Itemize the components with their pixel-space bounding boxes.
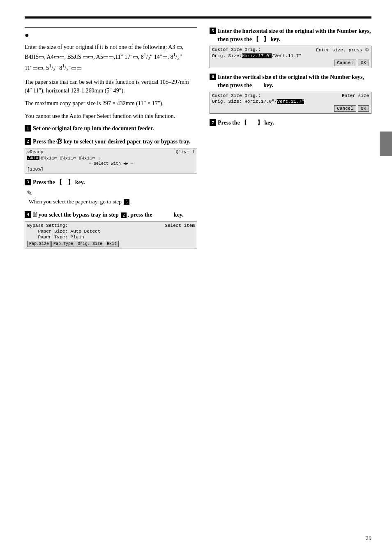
step-2-text: Press the ⓟ key to select your desired p… bbox=[33, 138, 197, 146]
lcd-tab-exit[interactable]: Exit bbox=[105, 241, 119, 247]
step-1: 1 Set one original face up into the docu… bbox=[25, 125, 197, 133]
lcd-orig-size-5: Orig. Size: Horiz.17.0″/Vert.11.7″ bbox=[211, 53, 370, 59]
lcd-cancel-6[interactable]: Cancel bbox=[334, 105, 356, 112]
lcd-ok-5[interactable]: OK bbox=[358, 60, 369, 66]
top-rule-thick bbox=[25, 16, 371, 18]
lcd-enter-size-5: Enter size, press ① bbox=[316, 47, 369, 53]
lcd-auto-row: Auto 8½x11▭ 8½x11▭ 8½x11▭ ↓ bbox=[26, 155, 196, 161]
lcd-qty: Q'ty: 1 bbox=[176, 150, 195, 155]
lcd-horiz-highlight: Horiz.17.0″ bbox=[242, 53, 272, 58]
lcd-percent-row: [100%] bbox=[26, 166, 196, 172]
step-5-header: 5 Enter the horizontal size of the origi… bbox=[210, 27, 371, 43]
lcd-step5: Custom Size Orig.: Enter size, press ① O… bbox=[210, 46, 371, 68]
lcd-orig-label-5: Orig. Size: bbox=[212, 53, 242, 58]
step-3-header: 3 Press the 【 】 key. bbox=[25, 178, 197, 187]
intro-para-1: Enter the size of your original if it is… bbox=[25, 43, 197, 74]
lcd-custom-header-5: Custom Size Orig.: Enter size, press ① bbox=[211, 47, 370, 53]
lcd-tab-pap-type[interactable]: Pap.Type bbox=[51, 241, 75, 247]
two-column-layout: ● Enter the size of your original if it … bbox=[25, 27, 371, 254]
lcd-step4: Bypass Setting: Select item Paper Size: … bbox=[25, 222, 197, 249]
lcd-vert-5: /Vert.11.7″ bbox=[272, 53, 302, 58]
lcd-paper-type-text: Paper Type: Plain bbox=[27, 235, 84, 240]
lcd-select-item: Select item bbox=[165, 223, 195, 228]
step-3-num: 3 bbox=[25, 179, 31, 185]
right-column: 5 Enter the horizontal size of the origi… bbox=[210, 27, 371, 254]
right-tab bbox=[380, 132, 392, 156]
step-7: 7 Press the 【 】 key. bbox=[210, 119, 371, 127]
step-1-text: Set one original face up into the docume… bbox=[33, 125, 197, 133]
intro-para-3: The maximum copy paper size is 297 × 432… bbox=[25, 99, 197, 108]
intro-para-2: The paper size that can be set with this… bbox=[25, 78, 197, 95]
lcd-vert-highlight: Vert.11.7″ bbox=[277, 99, 304, 104]
intro-para-4: You cannot use the Auto Paper Select fun… bbox=[25, 112, 197, 120]
step-3: 3 Press the 【 】 key. ✎ When you select t… bbox=[25, 178, 197, 206]
lcd-tab-pap-size[interactable]: Pap.Size bbox=[27, 241, 51, 247]
lcd-cancel-5[interactable]: Cancel bbox=[334, 60, 356, 66]
step-6-header: 6 Enter the vertical size of the origina… bbox=[210, 73, 371, 89]
auto-badge: Auto bbox=[27, 156, 39, 160]
step-4-num: 4 bbox=[25, 211, 31, 218]
step-1-header: 1 Set one original face up into the docu… bbox=[25, 125, 197, 133]
lcd-buttons-6: Cancel OK bbox=[211, 104, 370, 113]
lcd-bypass-header: Bypass Setting: Select item bbox=[26, 223, 196, 229]
bullet-intro: ● bbox=[25, 32, 197, 39]
step-6-text: Enter the vertical size of the original … bbox=[218, 73, 371, 89]
step-2: 2 Press the ⓟ key to select your desired… bbox=[25, 138, 197, 174]
lcd-paper-sizes: 8½x11▭ 8½x11▭ 8½x11▭ ↓ bbox=[41, 155, 100, 161]
step-3-note: ✎ When you select the paper tray, go to … bbox=[27, 189, 197, 206]
lcd-step6: Custom Size Orig.: Enter size Orig. Size… bbox=[210, 92, 371, 114]
lcd-custom-header-6: Custom Size Orig.: Enter size bbox=[211, 93, 370, 99]
step-4: 4 If you select the bypass tray in step … bbox=[25, 211, 197, 249]
step-6: 6 Enter the vertical size of the origina… bbox=[210, 73, 371, 114]
lcd-paper-size-text: Paper Size: Auto Detect bbox=[27, 229, 100, 234]
lcd-custom-label-5: Custom Size Orig.: bbox=[212, 47, 261, 53]
step-1-num: 1 bbox=[25, 125, 31, 132]
lcd-paper-type-row: Paper Type: Plain bbox=[26, 234, 196, 240]
lcd-tabs: Pap.Size Pap.Type Orig. Size Exit bbox=[26, 240, 196, 248]
lcd-bypass-label: Bypass Setting: bbox=[27, 223, 68, 228]
lcd-orig-label-6: Orig. Size: Horiz.17.0″/ bbox=[212, 99, 277, 104]
step-6-num: 6 bbox=[210, 74, 216, 80]
step-5-num: 5 bbox=[210, 28, 216, 34]
left-column: ● Enter the size of your original if it … bbox=[25, 27, 197, 254]
step-5-text: Enter the horizontal size of the origina… bbox=[218, 27, 371, 43]
step-4-text: If you select the bypass tray in step 2,… bbox=[33, 211, 197, 219]
lcd-ok-6[interactable]: OK bbox=[358, 105, 369, 112]
page-number: 29 bbox=[366, 535, 371, 542]
section-rule bbox=[25, 27, 197, 28]
lcd-buttons-5: Cancel OK bbox=[211, 59, 370, 67]
lcd-ready: ○Ready bbox=[27, 150, 44, 155]
step-7-text: Press the 【 】 key. bbox=[218, 119, 371, 127]
lcd-enter-size-6: Enter size bbox=[342, 93, 369, 98]
step-2-header: 2 Press the ⓟ key to select your desired… bbox=[25, 138, 197, 146]
step-5: 5 Enter the horizontal size of the origi… bbox=[210, 27, 371, 68]
note-text: When you select the paper tray, go to st… bbox=[29, 198, 197, 206]
lcd-step2: ○Ready Q'ty: 1 Auto 8½x11▭ 8½x11▭ 8½x11▭… bbox=[25, 148, 197, 173]
lcd-paper-size-row: Paper Size: Auto Detect bbox=[26, 229, 196, 234]
step-7-header: 7 Press the 【 】 key. bbox=[210, 119, 371, 127]
top-rule-thin bbox=[25, 18, 371, 19]
step-2-num: 2 bbox=[25, 138, 31, 145]
bullet-icon: ● bbox=[25, 31, 29, 39]
step-7-num: 7 bbox=[210, 119, 216, 126]
lcd-tab-orig-size[interactable]: Orig. Size bbox=[76, 241, 104, 247]
lcd-orig-size-6: Orig. Size: Horiz.17.0″/Vert.11.7″ bbox=[211, 99, 370, 104]
note-pencil-icon: ✎ bbox=[27, 189, 197, 197]
page-container: ● Enter the size of your original if it … bbox=[0, 0, 392, 554]
step-3-text: Press the 【 】 key. bbox=[33, 178, 197, 187]
step-4-header: 4 If you select the bypass tray in step … bbox=[25, 211, 197, 219]
lcd-select-hint: ― Select with ◄► ― bbox=[26, 161, 196, 166]
lcd-status-row: ○Ready Q'ty: 1 bbox=[26, 149, 196, 155]
lcd-custom-label-6: Custom Size Orig.: bbox=[212, 93, 261, 98]
